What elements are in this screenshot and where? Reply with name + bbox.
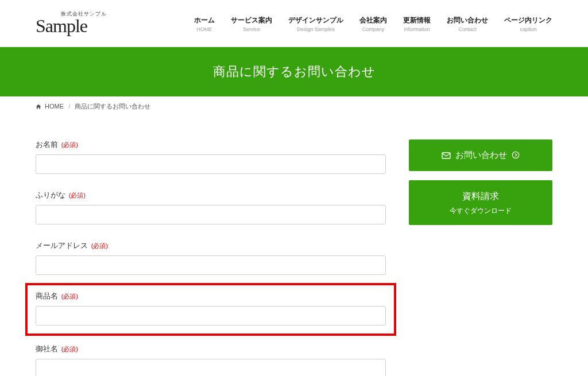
label-text: 商品名 — [36, 292, 58, 300]
nav-label-ja: ページ内リンク — [504, 15, 552, 25]
svg-rect-0 — [442, 153, 450, 158]
sidebar-contact-label: お問い合わせ — [455, 150, 507, 160]
label-product: 商品名 (必須) — [36, 291, 386, 301]
sidebar-download-button[interactable]: 資料請求 今すぐダウンロード — [409, 180, 552, 225]
label-email: メールアドレス (必須) — [36, 241, 386, 251]
field-email: メールアドレス (必須) — [36, 241, 386, 275]
field-name: お名前 (必須) — [36, 139, 386, 174]
sidebar-download-title: 資料請求 — [413, 189, 548, 203]
breadcrumb-current: 商品に関するお問い合わせ — [75, 103, 150, 110]
label-text: お名前 — [36, 140, 58, 149]
nav-label-ja: 更新情報 — [403, 15, 431, 25]
nav-label-en: Information — [403, 26, 431, 32]
nav-label-en: Service — [231, 26, 272, 32]
nav-label-en: Contact — [447, 26, 488, 32]
contact-form: お名前 (必須) ふりがな (必須) メールアドレス (必須) — [36, 139, 386, 376]
required-marker: (必須) — [69, 192, 86, 199]
label-company: 御社名 (必須) — [36, 344, 386, 354]
nav-label-en: Design Samples — [288, 26, 343, 32]
field-company: 御社名 (必須) — [36, 344, 386, 376]
arrow-circle-right-icon — [512, 150, 520, 160]
required-marker: (必須) — [61, 293, 78, 300]
nav-label-en: caption — [504, 26, 552, 32]
nav-contact[interactable]: お問い合わせ Contact — [447, 15, 488, 32]
nav-label-ja: ホーム — [194, 15, 215, 25]
input-product[interactable] — [36, 306, 386, 325]
nav-company[interactable]: 会社案内 Company — [359, 15, 387, 32]
input-company[interactable] — [36, 359, 386, 376]
nav-home[interactable]: ホーム HOME — [194, 15, 215, 32]
sidebar-contact-button[interactable]: お問い合わせ — [409, 139, 552, 171]
envelope-icon — [442, 150, 453, 160]
nav-label-ja: デザインサンプル — [288, 15, 343, 25]
primary-nav: ホーム HOME サービス案内 Service デザインサンプル Design … — [194, 15, 552, 32]
label-text: メールアドレス — [36, 241, 88, 250]
nav-design-samples[interactable]: デザインサンプル Design Samples — [288, 15, 343, 32]
field-product: 商品名 (必須) — [36, 291, 386, 325]
label-kana: ふりがな (必須) — [36, 190, 386, 200]
required-marker: (必須) — [61, 141, 78, 148]
page-title: 商品に関するお問い合わせ — [0, 63, 588, 80]
input-name[interactable] — [36, 154, 386, 174]
nav-information[interactable]: 更新情報 Information — [403, 15, 431, 32]
field-kana: ふりがな (必須) — [36, 190, 386, 224]
nav-label-en: Company — [359, 26, 387, 32]
required-marker: (必須) — [61, 346, 78, 352]
required-marker: (必須) — [91, 242, 108, 249]
nav-label-ja: 会社案内 — [359, 15, 387, 25]
input-kana[interactable] — [36, 205, 386, 224]
nav-anchor-link[interactable]: ページ内リンク caption — [504, 15, 552, 32]
site-logo[interactable]: 株式会社サンプル Sample — [36, 10, 107, 37]
nav-label-ja: サービス案内 — [231, 15, 272, 25]
nav-service[interactable]: サービス案内 Service — [231, 15, 272, 32]
logo-main: Sample — [36, 15, 87, 37]
page-banner: 商品に関するお問い合わせ — [0, 47, 588, 96]
breadcrumb-separator: / — [68, 103, 70, 110]
nav-label-en: HOME — [194, 26, 215, 32]
highlighted-field-group: 商品名 (必須) — [25, 283, 396, 336]
sidebar: お問い合わせ 資料請求 今すぐダウンロード — [409, 139, 552, 376]
label-name: お名前 (必須) — [36, 139, 386, 150]
home-icon — [36, 103, 43, 110]
breadcrumb: HOME / 商品に関するお問い合わせ — [36, 96, 552, 117]
nav-label-ja: お問い合わせ — [447, 15, 488, 25]
input-email[interactable] — [36, 255, 386, 275]
breadcrumb-home[interactable]: HOME — [45, 103, 64, 110]
sidebar-download-subtitle: 今すぐダウンロード — [413, 206, 548, 216]
label-text: ふりがな — [36, 191, 65, 199]
label-text: 御社名 — [36, 344, 58, 353]
svg-point-1 — [512, 152, 519, 158]
